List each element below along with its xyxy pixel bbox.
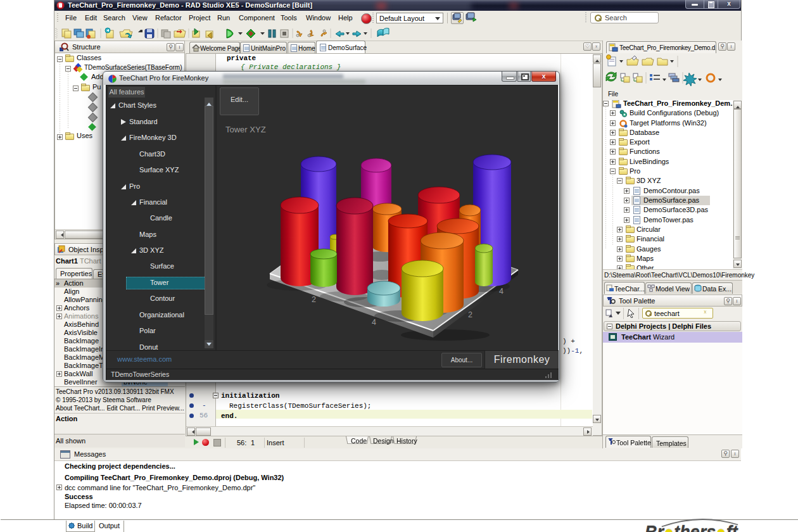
svg-text:4: 4: [499, 287, 504, 296]
svg-text:2: 2: [468, 310, 472, 319]
svg-text:4: 4: [372, 318, 376, 327]
svg-text:2: 2: [312, 295, 316, 304]
